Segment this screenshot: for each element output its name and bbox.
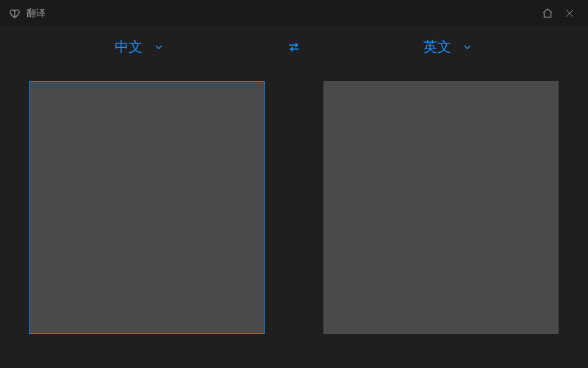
swap-icon <box>286 39 302 55</box>
home-button[interactable] <box>537 4 559 22</box>
source-text-panel[interactable] <box>29 81 265 334</box>
target-language-label: 英文 <box>423 38 451 57</box>
source-language-select[interactable]: 中文 <box>109 35 171 60</box>
source-text-input[interactable] <box>30 82 264 333</box>
app-icon <box>9 7 21 19</box>
chevron-down-icon <box>462 41 473 53</box>
swap-languages-button[interactable] <box>272 39 316 55</box>
titlebar: 翻译 <box>0 0 588 26</box>
target-language-select[interactable]: 英文 <box>417 35 479 60</box>
source-language-label: 中文 <box>115 38 143 57</box>
target-text-panel <box>323 81 559 334</box>
target-text-output <box>324 82 558 333</box>
language-bar: 中文 英文 <box>0 26 588 68</box>
chevron-down-icon <box>153 41 165 53</box>
translation-panels <box>0 68 588 364</box>
close-button[interactable] <box>559 4 581 22</box>
window-title: 翻译 <box>26 7 46 20</box>
